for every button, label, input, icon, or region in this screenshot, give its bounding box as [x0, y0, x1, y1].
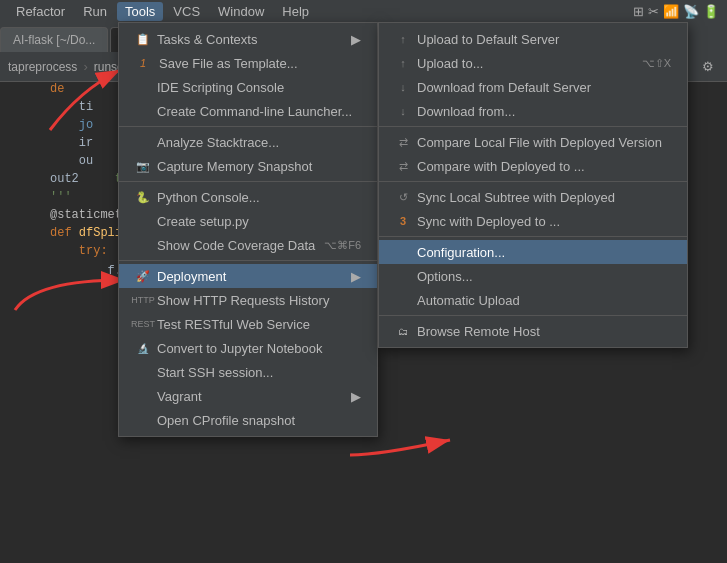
signal-icon: 📶 [663, 4, 679, 19]
menu-item-upload-to[interactable]: Upload to... ⌥⇧X [379, 51, 687, 75]
dep-sep-4 [379, 315, 687, 316]
menu-item-create-setup[interactable]: Create setup.py [119, 209, 377, 233]
browse-remote-icon [395, 323, 411, 339]
jupyter-icon: 🔬 [135, 340, 151, 356]
menu-item-vagrant[interactable]: Vagrant ▶ [119, 384, 377, 408]
http-icon: HTTP [135, 292, 151, 308]
tab-ai-flask[interactable]: AI-flask [~/Do... [0, 27, 108, 52]
dep-sep-3 [379, 236, 687, 237]
rest-icon: REST [135, 316, 151, 332]
menu-item-compare-deployed[interactable]: Compare with Deployed to ... [379, 154, 687, 178]
menubar-item-vcs[interactable]: VCS [165, 2, 208, 21]
compare-local-icon [395, 134, 411, 150]
camera-icon: 📷 [135, 158, 151, 174]
menu-item-python-console[interactable]: 🐍 Python Console... [119, 185, 377, 209]
separator-2 [119, 181, 377, 182]
menubar: Refactor Run Tools VCS Window Help ⊞ ✂ 📶… [0, 0, 727, 22]
menubar-item-run[interactable]: Run [75, 2, 115, 21]
menu-item-sync-deployed[interactable]: 3 Sync with Deployed to ... [379, 209, 687, 233]
menubar-item-help[interactable]: Help [274, 2, 317, 21]
cut-icon[interactable]: ✂ [648, 4, 659, 19]
menu-item-configuration[interactable]: Configuration... [379, 240, 687, 264]
separator-1 [119, 126, 377, 127]
menu-item-cprofile[interactable]: Open CProfile snapshot [119, 408, 377, 432]
menubar-item-refactor[interactable]: Refactor [8, 2, 73, 21]
menu-item-code-coverage[interactable]: Show Code Coverage Data ⌥⌘F6 [119, 233, 377, 257]
download-from-icon [395, 103, 411, 119]
upload-default-icon [395, 31, 411, 47]
menubar-item-tools[interactable]: Tools [117, 2, 163, 21]
menu-item-auto-upload[interactable]: Automatic Upload [379, 288, 687, 312]
separator-3 [119, 260, 377, 261]
menu-item-restful[interactable]: REST Test RESTful Web Service [119, 312, 377, 336]
tasks-icon: 📋 [135, 31, 151, 47]
menu-item-ssh[interactable]: Start SSH session... [119, 360, 377, 384]
menu-item-http-requests[interactable]: HTTP Show HTTP Requests History [119, 288, 377, 312]
deployment-submenu: Upload to Default Server Upload to... ⌥⇧… [378, 22, 688, 348]
menu-item-tasks[interactable]: 📋 Tasks & Contexts ▶ [119, 27, 377, 51]
dep-sep-1 [379, 126, 687, 127]
sync-local-icon [395, 189, 411, 205]
menu-item-sync-local[interactable]: Sync Local Subtree with Deployed [379, 185, 687, 209]
grid-icon[interactable]: ⊞ [633, 4, 644, 19]
num-1-badge: 1 [135, 55, 151, 71]
menu-item-stacktrace[interactable]: Analyze Stacktrace... [119, 130, 377, 154]
menu-item-ide-scripting[interactable]: IDE Scripting Console [119, 75, 377, 99]
menu-item-jupyter[interactable]: 🔬 Convert to Jupyter Notebook [119, 336, 377, 360]
upload-to-icon [395, 55, 411, 71]
menu-item-cmdline-launcher[interactable]: Create Command-line Launcher... [119, 99, 377, 123]
submenu-arrow-vagrant: ▶ [351, 389, 361, 404]
shortcut-upload: ⌥⇧X [642, 57, 671, 70]
menu-item-options[interactable]: Options... [379, 264, 687, 288]
deployment-icon: 🚀 [135, 268, 151, 284]
gear-button[interactable]: ⚙ [697, 56, 719, 78]
menu-item-compare-local[interactable]: Compare Local File with Deployed Version [379, 130, 687, 154]
battery-icon: 🔋 [703, 4, 719, 19]
menu-item-browse-remote[interactable]: Browse Remote Host [379, 319, 687, 343]
shortcut-coverage: ⌥⌘F6 [324, 239, 361, 252]
menu-item-memory-snapshot[interactable]: 📷 Capture Memory Snapshot [119, 154, 377, 178]
menu-item-download-from[interactable]: Download from... [379, 99, 687, 123]
python-icon: 🐍 [135, 189, 151, 205]
breadcrumb-tapreprocess: tapreprocess [8, 60, 77, 74]
wifi-icon: 📡 [683, 4, 699, 19]
tools-dropdown-menu: 📋 Tasks & Contexts ▶ 1 Save File as Temp… [118, 22, 378, 437]
compare-deployed-icon [395, 158, 411, 174]
menu-item-save-template[interactable]: 1 Save File as Template... [119, 51, 377, 75]
submenu-arrow-tasks: ▶ [351, 32, 361, 47]
submenu-arrow-deployment: ▶ [351, 269, 361, 284]
menu-item-download-default[interactable]: Download from Default Server [379, 75, 687, 99]
menu-item-deployment[interactable]: 🚀 Deployment ▶ [119, 264, 377, 288]
download-default-icon [395, 79, 411, 95]
dep-sep-2 [379, 181, 687, 182]
menu-item-upload-default[interactable]: Upload to Default Server [379, 27, 687, 51]
num-3-badge: 3 [395, 213, 411, 229]
menubar-item-window[interactable]: Window [210, 2, 272, 21]
